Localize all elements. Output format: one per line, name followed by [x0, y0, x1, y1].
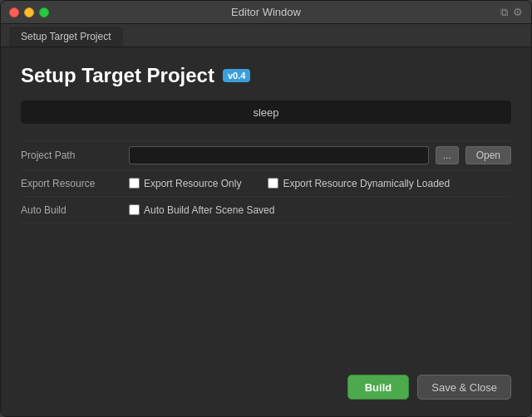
export-resource-only-item[interactable]: Export Resource Only	[129, 178, 241, 189]
auto-build-row: Auto Build Auto Build After Scene Saved	[21, 197, 511, 223]
sleep-bar: sleep	[21, 101, 511, 124]
open-button[interactable]: Open	[466, 146, 511, 164]
copy-icon[interactable]: ⧉	[500, 6, 508, 19]
close-button[interactable]	[9, 7, 19, 17]
tab-bar: Setup Target Project	[1, 24, 531, 47]
window-title: Editor Window	[231, 6, 301, 18]
sleep-label: sleep	[253, 106, 278, 119]
project-path-controls: ... Open	[129, 146, 511, 164]
version-badge: v0.4	[223, 69, 250, 82]
browse-button[interactable]: ...	[436, 146, 459, 164]
export-resource-dynamic-label: Export Resource Dynamically Loaded	[283, 178, 450, 189]
export-resource-only-label: Export Resource Only	[144, 178, 241, 189]
form-section: Project Path ... Open Export Resource Ex…	[21, 140, 511, 223]
export-resource-label: Export Resource	[21, 178, 129, 189]
export-resource-row: Export Resource Export Resource Only Exp…	[21, 170, 511, 197]
page-title: Setup Target Project	[21, 64, 214, 87]
editor-window: Editor Window ⧉ ⚙ Setup Target Project S…	[0, 0, 532, 417]
project-path-label: Project Path	[21, 150, 129, 161]
bottom-bar: Build Save & Close	[21, 361, 511, 400]
tab-setup-target-project[interactable]: Setup Target Project	[9, 27, 123, 47]
export-resource-dynamic-item[interactable]: Export Resource Dynamically Loaded	[268, 178, 450, 189]
export-resource-dynamic-checkbox[interactable]	[268, 178, 278, 189]
title-bar: Editor Window ⧉ ⚙	[1, 1, 531, 24]
auto-build-controls: Auto Build After Scene Saved	[129, 204, 511, 216]
auto-build-label: Auto Build	[21, 204, 129, 216]
save-close-button[interactable]: Save & Close	[417, 375, 511, 400]
minimize-button[interactable]	[24, 7, 34, 17]
export-resource-controls: Export Resource Only Export Resource Dyn…	[129, 178, 511, 189]
title-bar-actions: ⧉ ⚙	[500, 6, 523, 19]
main-content: Setup Target Project v0.4 sleep Project …	[1, 47, 531, 416]
auto-build-item[interactable]: Auto Build After Scene Saved	[129, 204, 274, 216]
settings-icon[interactable]: ⚙	[513, 6, 523, 18]
export-resource-only-checkbox[interactable]	[129, 178, 140, 189]
build-button[interactable]: Build	[347, 375, 410, 400]
page-title-row: Setup Target Project v0.4	[21, 64, 511, 87]
project-path-row: Project Path ... Open	[21, 140, 511, 170]
project-path-input[interactable]	[129, 146, 429, 164]
maximize-button[interactable]	[39, 7, 49, 17]
auto-build-checkbox-label: Auto Build After Scene Saved	[144, 204, 274, 216]
traffic-lights	[9, 7, 49, 17]
auto-build-checkbox[interactable]	[129, 204, 140, 215]
